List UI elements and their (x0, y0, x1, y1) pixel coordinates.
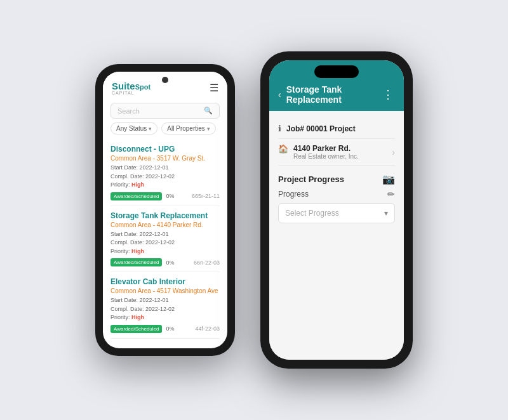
phone-android: SuiteSpot CAPITAL ☰ Search 🔍 Any Status … (95, 64, 235, 356)
compl-date-label: Compl. Date: (110, 173, 144, 180)
android-header: SuiteSpot CAPITAL ☰ (103, 72, 227, 100)
work-meta: Start Date: 2022-12-01 Compl. Date: 2022… (110, 296, 220, 322)
start-date-val: 2022-12-01 (140, 297, 169, 303)
start-date-label: Start Date: (110, 297, 138, 303)
work-footer: Awarded/Scheduled 0% 66n-22-03 (110, 258, 220, 266)
search-bar[interactable]: Search 🔍 (110, 103, 220, 119)
filters: Any Status All Properties (103, 122, 227, 140)
compl-date-val: 2022-12-02 (145, 306, 175, 312)
start-date-label: Start Date: (110, 231, 138, 237)
logo-capital: CAPITAL (112, 91, 150, 95)
compl-date-label: Compl. Date: (110, 306, 144, 312)
pct-badge: 0% (166, 193, 174, 199)
address-left: 🏠 4140 Parker Rd. Real Estate owner, Inc… (278, 144, 359, 160)
priority-label: Priority: (110, 181, 130, 188)
work-location: Common Area - 3517 W. Gray St. (110, 155, 220, 162)
more-icon[interactable]: ⋮ (382, 88, 395, 102)
suitespot-logo: SuiteSpot CAPITAL (112, 81, 150, 95)
work-location: Common Area - 4140 Parker Rd. (110, 221, 220, 228)
app-header: ‹ Storage Tank Replacement ⋮ (269, 84, 404, 111)
job-number-row: ℹ Job# 00001 Project (278, 119, 395, 139)
filter-properties[interactable]: All Properties (161, 122, 215, 135)
work-title: Disconnect - UPG (110, 145, 220, 154)
logo-suite: Suite (112, 81, 135, 91)
search-icon: 🔍 (204, 107, 213, 115)
work-title: Storage Tank Replacement (110, 211, 220, 220)
work-id: 66n-22-03 (194, 259, 220, 266)
address-main: 4140 Parker Rd. (293, 144, 359, 153)
section-header: Project Progress 📷 (278, 166, 395, 189)
select-progress-dropdown[interactable]: Select Progress (278, 203, 395, 223)
address-text: 4140 Parker Rd. Real Estate owner, Inc. (293, 144, 359, 160)
address-sub: Real Estate owner, Inc. (293, 153, 359, 160)
priority-val: High (131, 248, 144, 254)
section-title: Project Progress (278, 174, 344, 184)
logo-container: SuiteSpot CAPITAL (112, 81, 150, 95)
priority-label: Priority: (110, 314, 130, 320)
phone-iphone: ‹ Storage Tank Replacement ⋮ ℹ Job# 0000… (260, 51, 413, 369)
start-date-label: Start Date: (110, 164, 138, 171)
scene: SuiteSpot CAPITAL ☰ Search 🔍 Any Status … (83, 39, 425, 381)
filter-status[interactable]: Any Status (110, 122, 157, 135)
start-date-val: 2022-12-01 (140, 164, 169, 171)
select-progress-placeholder: Select Progress (285, 209, 339, 218)
dynamic-island (314, 65, 359, 78)
search-placeholder: Search (117, 107, 140, 115)
work-footer: Awarded/Scheduled 0% 44f-22-03 (110, 325, 220, 333)
status-badge: Awarded/Scheduled (110, 258, 162, 266)
pct-badge: 0% (166, 259, 174, 266)
address-row[interactable]: 🏠 4140 Parker Rd. Real Estate owner, Inc… (278, 139, 395, 166)
camera-dot (162, 77, 168, 83)
hamburger-icon[interactable]: ☰ (210, 82, 218, 94)
work-meta: Start Date: 2022-12-01 Compl. Date: 2022… (110, 230, 220, 256)
android-screen: SuiteSpot CAPITAL ☰ Search 🔍 Any Status … (103, 72, 227, 348)
work-id: 44f-22-03 (195, 325, 220, 332)
priority-val: High (131, 314, 144, 320)
work-meta: Start Date: 2022-12-01 Compl. Date: 2022… (110, 164, 220, 190)
priority-label: Priority: (110, 248, 130, 254)
logo-spot: Spot (135, 83, 150, 91)
start-date-val: 2022-12-01 (140, 231, 169, 237)
work-footer: Awarded/Scheduled 0% 665r-21-11 (110, 192, 220, 200)
info-icon: ℹ (278, 124, 281, 133)
status-badge: Awarded/Scheduled (110, 325, 162, 333)
compl-date-val: 2022-12-02 (145, 173, 175, 180)
progress-label: Progress (278, 190, 309, 199)
compl-date-val: 2022-12-02 (145, 239, 175, 246)
list-item[interactable]: Storage Tank Replacement Common Area - 4… (110, 206, 220, 273)
priority-val: High (131, 181, 144, 188)
camera-icon[interactable]: 📷 (382, 173, 395, 185)
list-item[interactable]: Disconnect - UPG Common Area - 3517 W. G… (110, 140, 220, 206)
compl-date-label: Compl. Date: (110, 239, 144, 246)
status-badge: Awarded/Scheduled (110, 192, 162, 200)
work-list: Disconnect - UPG Common Area - 3517 W. G… (103, 140, 227, 348)
iphone-content: ℹ Job# 00001 Project 🏠 4140 Parker Rd. R… (269, 111, 404, 360)
job-number: Job# 00001 Project (286, 124, 356, 133)
location-icon: 🏠 (278, 144, 288, 154)
work-id: 665r-21-11 (192, 193, 220, 199)
work-title: Elevator Cab Interior (110, 277, 220, 286)
work-location: Common Area - 4517 Washington Ave (110, 287, 220, 294)
chevron-right-icon: › (392, 147, 395, 157)
progress-row: Progress ✏ (278, 189, 395, 199)
iphone-screen: ‹ Storage Tank Replacement ⋮ ℹ Job# 0000… (269, 60, 404, 360)
pct-badge: 0% (166, 325, 174, 332)
page-title: Storage Tank Replacement (281, 84, 382, 105)
edit-icon[interactable]: ✏ (387, 189, 395, 199)
list-item[interactable]: Elevator Cab Interior Common Area - 4517… (110, 272, 220, 339)
